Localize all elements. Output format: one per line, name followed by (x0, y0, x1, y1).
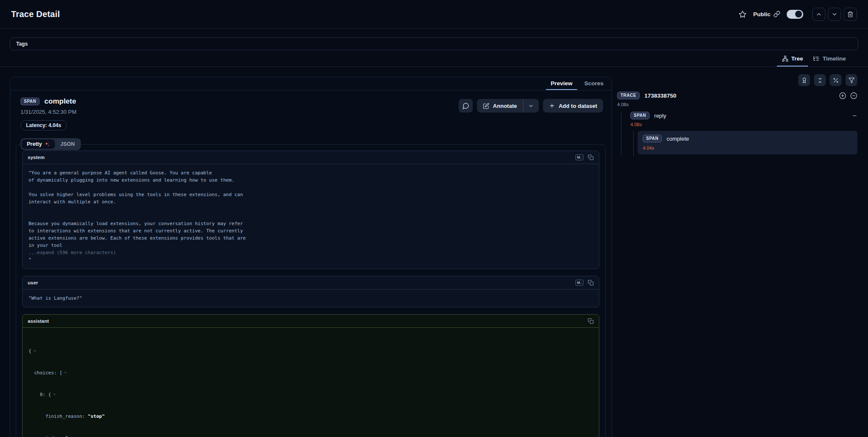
observation-timestamp: 1/31/2025, 4:52:30 PM (20, 109, 77, 115)
comment-button[interactable] (459, 99, 473, 113)
json-line: index: 0 (29, 434, 593, 437)
timeline-icon (813, 55, 819, 62)
add-to-dataset-button[interactable]: Add to dataset (543, 99, 603, 113)
json-text: choices: [ (29, 370, 62, 376)
message-assistant: assistant { choices: [ 0: { finish_reaso… (22, 314, 599, 437)
annotate-button-group: Annotate (477, 99, 538, 113)
annotate-label: Annotate (493, 103, 517, 109)
tab-preview[interactable]: Preview (546, 77, 577, 90)
tab-tree[interactable]: Tree (777, 52, 808, 67)
trace-type-badge: TRACE (617, 92, 640, 99)
format-pretty-option[interactable]: Pretty (22, 139, 55, 149)
tree-icon (782, 55, 788, 62)
span-complete-duration: 4.04s (643, 145, 852, 150)
copy-icon[interactable] (588, 280, 594, 286)
trace-root-label: TRACE 1738338750 (617, 92, 676, 99)
collapse-json-icon[interactable] (63, 370, 68, 375)
observation-badge-row: SPAN complete (20, 97, 77, 106)
message-header-icons: M↓ (575, 280, 594, 286)
json-value: "stop" (88, 414, 105, 419)
header-actions: Public (739, 8, 857, 21)
message-system: system M↓ "You are a general purpose AI … (22, 150, 599, 269)
observation-detail-card: Preview Scores SPAN complete 1/31/2025, … (10, 77, 612, 437)
trace-duration: 4.08s (617, 102, 857, 107)
detail-tabs: Preview Scores (10, 77, 612, 90)
span-row-reply[interactable]: SPAN reply (630, 112, 857, 119)
message-header-icons (588, 318, 594, 324)
format-json-option[interactable]: JSON (55, 139, 80, 149)
span-complete-label: SPAN complete (643, 135, 852, 142)
scores-toggle-button[interactable] (798, 74, 810, 86)
user-text: "What is Langfuse?" (29, 295, 82, 301)
collapse-all-button[interactable] (814, 74, 826, 86)
observation-title-row: SPAN complete 1/31/2025, 4:52:30 PM Late… (20, 97, 603, 130)
annotate-dropdown-button[interactable] (523, 99, 539, 113)
tree-toolbar (617, 74, 857, 86)
role-label: assistant (28, 318, 49, 324)
collapse-json-icon[interactable] (33, 349, 37, 353)
span-reply-label: SPAN reply (630, 112, 666, 119)
span-type-badge: SPAN (20, 98, 40, 105)
tab-tree-label: Tree (791, 55, 803, 62)
json-line: choices: [ (29, 369, 593, 376)
detail-body: SPAN complete 1/31/2025, 4:52:30 PM Late… (10, 90, 612, 437)
collapse-all-icon[interactable] (850, 92, 857, 99)
collapse-node-icon[interactable] (852, 113, 857, 119)
previous-trace-button[interactable] (812, 8, 825, 21)
copy-icon[interactable] (588, 318, 594, 324)
span-reply-duration: 4.08s (630, 122, 857, 127)
role-label: user (28, 280, 38, 285)
span-reply-children: SPAN complete 4.04s (633, 131, 857, 156)
copy-icon[interactable] (588, 154, 594, 160)
trace-root-row[interactable]: TRACE 1738338750 (617, 92, 857, 99)
next-trace-button[interactable] (828, 8, 841, 21)
message-system-content: "You are a general purpose AI agent call… (23, 164, 599, 269)
span-name: complete (667, 136, 689, 142)
markdown-toggle-icon[interactable]: M↓ (575, 280, 583, 286)
latency-badge: Latency: 4.04s (20, 120, 67, 130)
role-label: system (28, 155, 45, 160)
plus-icon (549, 103, 555, 109)
json-text: finish_reason: (29, 414, 88, 419)
collapse-json-icon[interactable] (52, 392, 57, 396)
tree-zoom-controls (839, 92, 857, 99)
span-type-badge: SPAN (643, 135, 662, 142)
pretty-label: Pretty (27, 141, 42, 147)
tab-timeline[interactable]: Timeline (808, 52, 851, 67)
message-header-icons: M↓ (575, 154, 594, 160)
json-line: finish_reason: "stop" (29, 413, 593, 420)
span-row-complete-selected[interactable]: SPAN complete 4.04s (638, 131, 857, 154)
markdown-toggle-icon[interactable]: M↓ (575, 154, 583, 160)
json-text: 0: { (29, 392, 51, 397)
toggle-knob (795, 11, 802, 17)
message-assistant-header: assistant (23, 315, 599, 328)
expand-link[interactable]: ...expand (596 more characters) (29, 250, 116, 255)
delete-trace-button[interactable] (844, 8, 857, 21)
tags-label: Tags (16, 41, 28, 47)
view-tabs: Tree Timeline (0, 52, 868, 67)
edit-icon (483, 103, 489, 109)
trace-children: SPAN reply 4.08s SPAN complete 4.04s (621, 112, 857, 156)
sparkles-icon (44, 142, 50, 147)
system-suffix: " (29, 257, 32, 263)
filter-button[interactable] (845, 74, 857, 86)
trace-id: 1738338750 (644, 93, 676, 99)
tab-timeline-label: Timeline (822, 55, 846, 62)
public-toggle[interactable] (787, 10, 803, 19)
message-user-content: "What is Langfuse?" (23, 289, 599, 307)
message-system-header: system M↓ (23, 151, 599, 164)
star-icon[interactable] (739, 10, 747, 18)
format-toggle: Pretty JSON (20, 138, 81, 150)
message-user-header: user M↓ (23, 276, 599, 289)
metrics-toggle-button[interactable] (830, 74, 842, 86)
page-header: Trace Detail Public (0, 0, 868, 29)
tags-bar[interactable]: Tags (10, 38, 858, 50)
public-link-group[interactable]: Public (753, 11, 780, 17)
annotate-button[interactable]: Annotate (477, 99, 523, 113)
expand-all-icon[interactable] (839, 92, 846, 99)
add-to-dataset-label: Add to dataset (559, 103, 597, 109)
observation-identity: SPAN complete 1/31/2025, 4:52:30 PM Late… (20, 97, 77, 130)
message-assistant-content: { choices: [ 0: { finish_reason: "stop" … (23, 328, 599, 437)
tab-scores[interactable]: Scores (580, 77, 608, 90)
json-text: index: 0 (29, 435, 68, 437)
